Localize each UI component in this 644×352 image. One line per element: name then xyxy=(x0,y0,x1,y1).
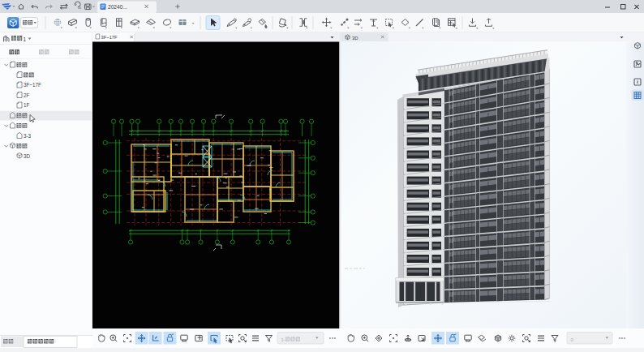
svg-text:30: 30 xyxy=(78,6,81,10)
svg-text:3-3: 3-3 xyxy=(24,133,32,139)
svg-text:20240...: 20240... xyxy=(108,4,127,10)
svg-text:1-: 1- xyxy=(281,337,286,342)
svg-text:2F: 2F xyxy=(24,92,30,98)
svg-text:1: 1 xyxy=(24,36,27,42)
svg-text:1F: 1F xyxy=(24,102,30,108)
svg-text:3D: 3D xyxy=(352,36,358,41)
svg-text:3F~17F: 3F~17F xyxy=(24,82,41,88)
svg-text:0: 0 xyxy=(571,337,573,342)
svg-text:3D: 3D xyxy=(24,153,31,159)
svg-text:3F~17F: 3F~17F xyxy=(101,35,118,40)
